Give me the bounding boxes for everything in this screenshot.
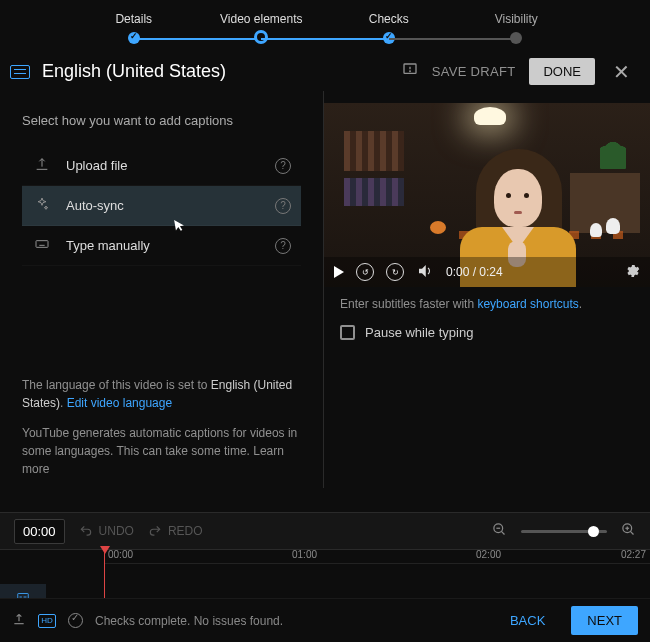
settings-icon[interactable]: [624, 263, 640, 282]
help-icon[interactable]: ?: [275, 238, 291, 254]
editor-toolbar: 00:00 UNDO REDO: [0, 512, 650, 550]
time-display: 0:00 / 0:24: [446, 265, 503, 279]
timeline-ruler[interactable]: 00:00 01:00 02:00 02:27: [104, 550, 650, 564]
right-panel: ↺ ↻ 0:00 / 0:24 Enter subtitles faster w…: [324, 91, 650, 488]
forward-10-button[interactable]: ↻: [386, 263, 404, 281]
help-icon[interactable]: ?: [275, 158, 291, 174]
svg-line-10: [501, 531, 504, 534]
edit-language-link[interactable]: Edit video language: [67, 396, 172, 410]
step-checks[interactable]: Checks: [325, 12, 453, 46]
zoom-slider[interactable]: [521, 530, 607, 533]
stepper: Details Video elements Checks Visibility: [0, 0, 650, 46]
option-label: Auto-sync: [66, 198, 275, 213]
option-label: Type manually: [66, 238, 275, 253]
step-label: Details: [70, 12, 198, 26]
option-label: Upload file: [66, 158, 275, 173]
rewind-10-button[interactable]: ↺: [356, 263, 374, 281]
step-video-elements[interactable]: Video elements: [198, 12, 326, 46]
video-controls: ↺ ↻ 0:00 / 0:24: [324, 257, 650, 287]
checks-status-icon: [68, 613, 83, 628]
pause-while-typing-label: Pause while typing: [365, 325, 473, 340]
zoom-out-button[interactable]: [492, 522, 507, 540]
auto-caption-note: YouTube generates automatic captions for…: [22, 424, 301, 478]
tick-label: 02:00: [476, 549, 501, 560]
video-preview[interactable]: ↺ ↻ 0:00 / 0:24: [324, 103, 650, 287]
option-auto-sync[interactable]: Auto-sync ?: [22, 186, 301, 226]
step-label: Visibility: [453, 12, 581, 26]
option-type-manually[interactable]: Type manually ?: [22, 226, 301, 266]
step-visibility[interactable]: Visibility: [453, 12, 581, 46]
save-draft-button[interactable]: SAVE DRAFT: [432, 64, 516, 79]
step-label: Video elements: [198, 12, 326, 26]
close-icon[interactable]: ✕: [609, 60, 634, 84]
hd-badge: HD: [38, 614, 56, 628]
volume-button[interactable]: [416, 262, 434, 283]
undo-button[interactable]: UNDO: [79, 524, 134, 538]
done-button[interactable]: DONE: [529, 58, 595, 85]
tick-label: 00:00: [108, 549, 133, 560]
feedback-icon[interactable]: [402, 62, 418, 82]
redo-button[interactable]: REDO: [148, 524, 203, 538]
captions-icon: [10, 65, 30, 79]
option-upload-file[interactable]: Upload file ?: [22, 146, 301, 186]
tick-label: 02:27: [621, 549, 646, 560]
step-pending-icon: [510, 32, 522, 44]
upload-status-icon: [12, 612, 26, 629]
dialog-title: English (United States): [42, 61, 402, 82]
play-button[interactable]: [334, 266, 344, 278]
svg-line-14: [630, 531, 633, 534]
language-note: The language of this video is set to Eng…: [22, 376, 301, 412]
step-details[interactable]: Details: [70, 12, 198, 46]
step-current-icon: [254, 30, 268, 44]
instruction-text: Select how you want to add captions: [22, 113, 301, 128]
back-button[interactable]: BACK: [496, 606, 559, 635]
zoom-in-button[interactable]: [621, 522, 636, 540]
dialog-header: English (United States) SAVE DRAFT DONE …: [0, 46, 650, 91]
tick-label: 01:00: [292, 549, 317, 560]
svg-rect-3: [36, 241, 48, 248]
upload-icon: [32, 156, 52, 175]
step-label: Checks: [325, 12, 453, 26]
timecode-input[interactable]: 00:00: [14, 519, 65, 544]
keyboard-icon: [32, 236, 52, 255]
sparkle-icon: [32, 196, 52, 215]
keyboard-shortcuts-link[interactable]: keyboard shortcuts: [477, 297, 578, 311]
next-button[interactable]: NEXT: [571, 606, 638, 635]
pause-while-typing-checkbox[interactable]: [340, 325, 355, 340]
left-panel: Select how you want to add captions Uplo…: [0, 91, 324, 488]
footer: HD Checks complete. No issues found. BAC…: [0, 598, 650, 642]
checks-status-text: Checks complete. No issues found.: [95, 614, 283, 628]
help-icon[interactable]: ?: [275, 198, 291, 214]
shortcuts-hint: Enter subtitles faster with keyboard sho…: [340, 297, 650, 311]
svg-point-2: [409, 71, 410, 72]
